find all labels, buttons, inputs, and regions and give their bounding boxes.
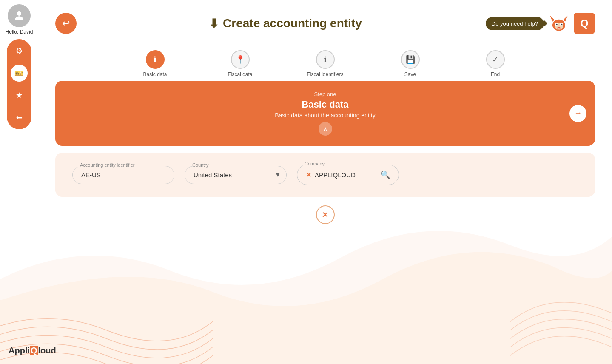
identifier-label: Accounting entity identifier <box>78 162 136 168</box>
sidebar-nav: ⚙ 🎫 ★ ⬅ <box>7 39 31 129</box>
svg-point-8 <box>561 24 562 25</box>
step-fiscal-identifiers[interactable]: ℹ Fiscal identifiers <box>304 50 347 77</box>
banner-description: Basic data about the accounting entity <box>81 112 569 119</box>
step-end[interactable]: ✓ End <box>474 50 517 77</box>
topbar: ↩ ⬇ Create accounting entity Do you need… <box>38 0 612 47</box>
step-label-5: End <box>491 71 500 77</box>
sidebar: Hello, David ⚙ 🎫 ★ ⬅ <box>0 0 38 364</box>
step-basic-data[interactable]: ℹ Basic data <box>134 50 176 77</box>
step-label-1: Basic data <box>143 71 167 77</box>
company-field-group: Company ✕ APPLIQLOUD 🔍 <box>297 165 399 185</box>
company-clear-button[interactable]: ✕ <box>306 171 311 179</box>
cancel-icon: ✕ <box>322 210 329 220</box>
avatar <box>8 4 31 27</box>
banner-collapse-button[interactable]: ∧ <box>319 122 332 136</box>
svg-marker-2 <box>550 16 555 22</box>
collapse-icon: ∧ <box>323 125 328 133</box>
page-title: ⬇ Create accounting entity <box>85 17 486 31</box>
step-save[interactable]: 💾 Save <box>389 50 432 77</box>
step-label-4: Save <box>404 71 416 77</box>
step-banner: Step one Basic data Basic data about the… <box>55 81 595 146</box>
step-connector-3 <box>347 60 389 60</box>
country-field-group: Country United States Canada Mexico Unit… <box>185 166 287 184</box>
company-search-icon[interactable]: 🔍 <box>381 170 390 179</box>
sidebar-item-coupon[interactable]: 🎫 <box>11 65 28 82</box>
cancel-area: ✕ <box>55 205 595 224</box>
help-text: Do you need help? <box>492 20 538 27</box>
back-icon: ↩ <box>62 18 70 29</box>
step-circle-3: ℹ <box>316 50 335 69</box>
country-select-wrap: United States Canada Mexico United Kingd… <box>185 166 287 184</box>
sidebar-item-logout[interactable]: ⬅ <box>11 109 28 126</box>
step-circle-5: ✓ <box>486 50 505 69</box>
svg-point-0 <box>17 11 21 16</box>
step-circle-4: 💾 <box>401 50 420 69</box>
banner-next-button[interactable]: → <box>569 105 586 122</box>
svg-point-7 <box>556 24 557 25</box>
cancel-button[interactable]: ✕ <box>316 205 335 224</box>
title-icon: ⬇ <box>209 17 219 31</box>
help-widget: Do you need help? Q <box>486 13 595 34</box>
banner-title: Basic data <box>81 99 569 110</box>
sidebar-item-favorites[interactable]: ★ <box>11 87 28 104</box>
back-button[interactable]: ↩ <box>55 13 77 34</box>
svg-marker-3 <box>563 16 568 22</box>
next-icon: → <box>574 109 582 118</box>
step-circle-1: ℹ <box>146 50 165 69</box>
identifier-field-group: Accounting entity identifier <box>72 166 174 184</box>
bottom-brand: AppliQloud <box>9 346 56 355</box>
banner-step-label: Step one <box>81 91 569 97</box>
form-area: Accounting entity identifier Country Uni… <box>55 153 595 197</box>
identifier-input[interactable] <box>72 166 174 184</box>
step-connector-4 <box>432 60 474 60</box>
stepper: ℹ Basic data 📍 Fiscal data ℹ Fiscal iden… <box>38 47 612 81</box>
brand-letter: Q <box>581 17 589 29</box>
brand-logo-button[interactable]: Q <box>574 13 595 34</box>
company-label: Company <box>303 161 326 166</box>
help-bubble[interactable]: Do you need help? <box>486 17 544 30</box>
country-select[interactable]: United States Canada Mexico United Kingd… <box>185 166 287 184</box>
step-connector-2 <box>262 60 304 60</box>
step-label-3: Fiscal identifiers <box>307 71 343 77</box>
company-field: ✕ APPLIQLOUD 🔍 <box>297 165 399 185</box>
fox-mascot <box>548 13 569 34</box>
step-label-2: Fiscal data <box>228 71 252 77</box>
sidebar-item-settings[interactable]: ⚙ <box>11 43 28 60</box>
step-fiscal-data[interactable]: 📍 Fiscal data <box>219 50 262 77</box>
user-greeting: Hello, David <box>6 29 33 35</box>
svg-point-9 <box>558 27 561 28</box>
step-connector-1 <box>176 60 219 60</box>
main-content: Step one Basic data Basic data about the… <box>38 81 612 364</box>
step-circle-2: 📍 <box>231 50 250 69</box>
company-value: APPLIQLOUD <box>315 171 377 179</box>
